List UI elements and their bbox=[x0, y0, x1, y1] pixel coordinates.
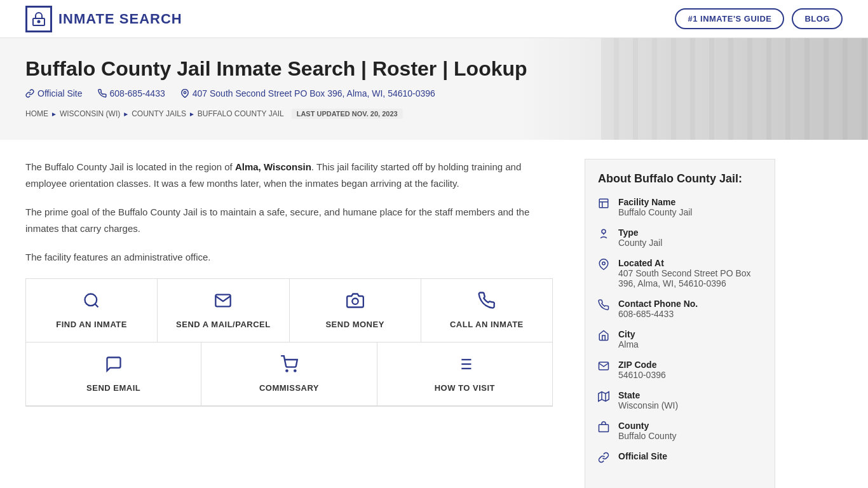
state-label: State bbox=[618, 390, 678, 400]
hero-meta: Official Site 608-685-4433 407 South Sec… bbox=[25, 88, 843, 98]
svg-line-19 bbox=[95, 304, 98, 307]
official-site-sidebar-label: Official Site bbox=[618, 451, 667, 461]
facility-name-row: Facility Name Buffalo County Jail bbox=[598, 197, 762, 217]
sidebar-card: About Buffalo County Jail: Facility Name… bbox=[585, 159, 775, 488]
type-content: Type County Jail bbox=[618, 227, 662, 248]
logo-text: INMATE SEARCH bbox=[58, 11, 182, 27]
location-icon bbox=[180, 89, 189, 98]
cart-icon bbox=[280, 355, 298, 377]
city-row: City Alma bbox=[598, 329, 762, 349]
find-inmate-cell[interactable]: FIND AN INMATE bbox=[26, 279, 158, 342]
call-icon bbox=[478, 292, 496, 313]
type-label: Type bbox=[618, 227, 662, 238]
blog-button[interactable]: BLOG bbox=[792, 8, 843, 29]
phone-link[interactable]: 608-685-4433 bbox=[98, 88, 165, 98]
county-value: Buffalo County bbox=[618, 431, 677, 441]
zip-value: 54610-0396 bbox=[618, 370, 666, 380]
zip-row: ZIP Code 54610-0396 bbox=[598, 360, 762, 380]
inmate-guide-button[interactable]: #1 INMATE'S GUIDE bbox=[675, 8, 784, 29]
breadcrumb-wisconsin[interactable]: WISCONSIN (WI) bbox=[60, 109, 120, 118]
breadcrumb-home[interactable]: HOME bbox=[25, 109, 48, 118]
phone-number: 608-685-4433 bbox=[110, 88, 165, 98]
county-content: County Buffalo County bbox=[618, 421, 677, 441]
action-row-1: FIND AN INMATE SEND A MAIL/PARCEL bbox=[26, 279, 552, 342]
link-icon bbox=[25, 89, 34, 98]
state-value: Wisconsin (WI) bbox=[618, 400, 678, 410]
zip-label: ZIP Code bbox=[618, 360, 666, 370]
state-content: State Wisconsin (WI) bbox=[618, 390, 678, 410]
official-site-row: Official Site bbox=[598, 451, 762, 466]
official-site-link[interactable]: Official Site bbox=[25, 88, 83, 98]
phone-icon bbox=[98, 89, 107, 98]
call-inmate-cell[interactable]: CALL AN INMATE bbox=[421, 279, 552, 342]
svg-point-21 bbox=[286, 370, 287, 371]
located-at-content: Located At 407 South Second Street PO Bo… bbox=[618, 258, 762, 288]
mail-icon bbox=[214, 292, 232, 313]
contact-phone-label: Contact Phone No. bbox=[618, 299, 698, 309]
county-icon bbox=[598, 421, 611, 436]
zip-content: ZIP Code 54610-0396 bbox=[618, 360, 666, 380]
official-site-label: Official Site bbox=[37, 88, 83, 98]
camera-icon bbox=[346, 292, 364, 313]
logo-icon bbox=[25, 6, 52, 32]
send-mail-cell[interactable]: SEND A MAIL/PARCEL bbox=[158, 279, 289, 342]
commissary-cell[interactable]: COMMISSARY bbox=[201, 342, 377, 406]
city-content: City Alma bbox=[618, 329, 639, 349]
contact-phone-value: 608-685-4433 bbox=[618, 309, 698, 319]
svg-rect-29 bbox=[599, 199, 608, 208]
state-row: State Wisconsin (WI) bbox=[598, 390, 762, 410]
breadcrumb-current: BUFFALO COUNTY JAIL bbox=[198, 109, 284, 118]
find-inmate-label: FIND AN INMATE bbox=[56, 320, 127, 329]
phone-sidebar-icon bbox=[598, 299, 611, 314]
breadcrumb-sep-1: ► bbox=[51, 111, 57, 118]
city-value: Alma bbox=[618, 339, 639, 349]
svg-rect-36 bbox=[599, 424, 609, 431]
breadcrumb-sep-2: ► bbox=[123, 111, 129, 118]
send-email-cell[interactable]: SEND EMAIL bbox=[26, 342, 201, 406]
svg-point-18 bbox=[85, 294, 97, 306]
main-layout: The Buffalo County Jail is located in th… bbox=[0, 140, 868, 488]
facility-name-value: Buffalo County Jail bbox=[618, 207, 692, 217]
svg-point-32 bbox=[602, 262, 606, 265]
county-row: County Buffalo County bbox=[598, 421, 762, 441]
building-icon bbox=[598, 198, 611, 212]
located-at-label: Located At bbox=[618, 258, 762, 268]
svg-rect-16 bbox=[862, 38, 867, 140]
located-at-value: 407 South Second Street PO Box 396, Alma… bbox=[618, 268, 762, 288]
located-at-row: Located At 407 South Second Street PO Bo… bbox=[598, 258, 762, 288]
address-text: 407 South Second Street PO Box 396, Alma… bbox=[193, 88, 435, 98]
desc-p1-start: The Buffalo County Jail is located in th… bbox=[25, 161, 235, 172]
county-label: County bbox=[618, 421, 677, 431]
email-icon bbox=[105, 355, 123, 377]
send-email-label: SEND EMAIL bbox=[86, 383, 140, 393]
action-grid: FIND AN INMATE SEND A MAIL/PARCEL bbox=[25, 278, 553, 407]
send-money-cell[interactable]: SEND MONEY bbox=[290, 279, 421, 342]
last-updated-badge: LAST UPDATED NOV. 20, 2023 bbox=[292, 109, 403, 119]
send-mail-label: SEND A MAIL/PARCEL bbox=[176, 320, 271, 329]
svg-point-17 bbox=[184, 92, 186, 94]
desc-p1-bold: Alma, Wisconsin bbox=[235, 161, 311, 172]
how-to-visit-label: HOW TO VISIT bbox=[435, 383, 495, 393]
send-money-label: SEND MONEY bbox=[325, 320, 384, 329]
type-row: Type County Jail bbox=[598, 227, 762, 248]
how-to-visit-cell[interactable]: HOW TO VISIT bbox=[377, 342, 552, 406]
svg-point-20 bbox=[352, 298, 358, 304]
official-site-sidebar-content: Official Site bbox=[618, 451, 667, 461]
city-label: City bbox=[618, 329, 639, 339]
person-icon bbox=[598, 228, 611, 243]
page-title: Buffalo County Jail Inmate Search | Rost… bbox=[25, 57, 843, 81]
svg-point-22 bbox=[294, 370, 295, 371]
search-icon bbox=[83, 292, 100, 313]
map-icon bbox=[598, 391, 611, 405]
svg-rect-15 bbox=[843, 38, 848, 140]
svg-marker-33 bbox=[599, 392, 609, 402]
breadcrumb-county-jails[interactable]: COUNTY JAILS bbox=[132, 109, 186, 118]
facility-name-label: Facility Name bbox=[618, 197, 692, 207]
logo-link[interactable]: INMATE SEARCH bbox=[25, 6, 182, 32]
header-nav: #1 INMATE'S GUIDE BLOG bbox=[675, 8, 843, 29]
header: INMATE SEARCH #1 INMATE'S GUIDE BLOG bbox=[0, 0, 868, 38]
svg-point-1 bbox=[38, 20, 40, 22]
commissary-label: COMMISSARY bbox=[259, 383, 319, 393]
facility-name-content: Facility Name Buffalo County Jail bbox=[618, 197, 692, 217]
sidebar-title: About Buffalo County Jail: bbox=[598, 172, 762, 186]
